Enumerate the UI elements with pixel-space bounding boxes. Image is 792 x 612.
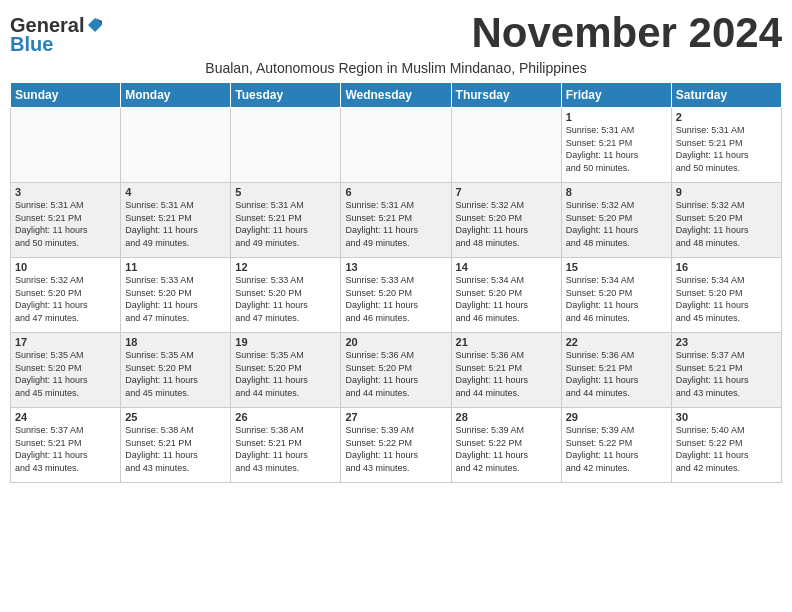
day-info: Sunrise: 5:33 AMSunset: 5:20 PMDaylight:… (235, 274, 336, 324)
day-info: Sunrise: 5:37 AMSunset: 5:21 PMDaylight:… (15, 424, 116, 474)
day-info: Sunrise: 5:33 AMSunset: 5:20 PMDaylight:… (345, 274, 446, 324)
day-number: 24 (15, 411, 116, 423)
day-info: Sunrise: 5:31 AMSunset: 5:21 PMDaylight:… (345, 199, 446, 249)
day-info: Sunrise: 5:36 AMSunset: 5:21 PMDaylight:… (456, 349, 557, 399)
calendar-week-row: 3Sunrise: 5:31 AMSunset: 5:21 PMDaylight… (11, 183, 782, 258)
calendar-week-row: 24Sunrise: 5:37 AMSunset: 5:21 PMDayligh… (11, 408, 782, 483)
day-info: Sunrise: 5:39 AMSunset: 5:22 PMDaylight:… (566, 424, 667, 474)
day-info: Sunrise: 5:37 AMSunset: 5:21 PMDaylight:… (676, 349, 777, 399)
day-info: Sunrise: 5:39 AMSunset: 5:22 PMDaylight:… (345, 424, 446, 474)
calendar-cell: 28Sunrise: 5:39 AMSunset: 5:22 PMDayligh… (451, 408, 561, 483)
calendar-cell: 26Sunrise: 5:38 AMSunset: 5:21 PMDayligh… (231, 408, 341, 483)
calendar-cell (451, 108, 561, 183)
day-info: Sunrise: 5:35 AMSunset: 5:20 PMDaylight:… (15, 349, 116, 399)
subtitle: Bualan, Autonomous Region in Muslim Mind… (10, 60, 782, 76)
calendar-cell: 27Sunrise: 5:39 AMSunset: 5:22 PMDayligh… (341, 408, 451, 483)
calendar-cell: 1Sunrise: 5:31 AMSunset: 5:21 PMDaylight… (561, 108, 671, 183)
day-info: Sunrise: 5:31 AMSunset: 5:21 PMDaylight:… (566, 124, 667, 174)
day-info: Sunrise: 5:34 AMSunset: 5:20 PMDaylight:… (566, 274, 667, 324)
day-info: Sunrise: 5:31 AMSunset: 5:21 PMDaylight:… (676, 124, 777, 174)
day-number: 12 (235, 261, 336, 273)
day-number: 3 (15, 186, 116, 198)
calendar-header-sunday: Sunday (11, 83, 121, 108)
logo: General Blue (10, 14, 104, 56)
calendar-cell: 29Sunrise: 5:39 AMSunset: 5:22 PMDayligh… (561, 408, 671, 483)
calendar-header-friday: Friday (561, 83, 671, 108)
day-info: Sunrise: 5:38 AMSunset: 5:21 PMDaylight:… (235, 424, 336, 474)
calendar-cell: 20Sunrise: 5:36 AMSunset: 5:20 PMDayligh… (341, 333, 451, 408)
day-number: 10 (15, 261, 116, 273)
day-number: 27 (345, 411, 446, 423)
day-number: 13 (345, 261, 446, 273)
day-number: 21 (456, 336, 557, 348)
calendar-cell: 12Sunrise: 5:33 AMSunset: 5:20 PMDayligh… (231, 258, 341, 333)
day-number: 26 (235, 411, 336, 423)
day-number: 14 (456, 261, 557, 273)
logo-icon (86, 16, 104, 34)
calendar-cell: 7Sunrise: 5:32 AMSunset: 5:20 PMDaylight… (451, 183, 561, 258)
calendar-header-thursday: Thursday (451, 83, 561, 108)
day-number: 16 (676, 261, 777, 273)
day-info: Sunrise: 5:34 AMSunset: 5:20 PMDaylight:… (456, 274, 557, 324)
calendar-cell: 22Sunrise: 5:36 AMSunset: 5:21 PMDayligh… (561, 333, 671, 408)
calendar-cell (121, 108, 231, 183)
calendar-cell: 6Sunrise: 5:31 AMSunset: 5:21 PMDaylight… (341, 183, 451, 258)
day-info: Sunrise: 5:32 AMSunset: 5:20 PMDaylight:… (15, 274, 116, 324)
calendar-cell: 16Sunrise: 5:34 AMSunset: 5:20 PMDayligh… (671, 258, 781, 333)
calendar-cell: 5Sunrise: 5:31 AMSunset: 5:21 PMDaylight… (231, 183, 341, 258)
day-number: 23 (676, 336, 777, 348)
calendar-cell: 15Sunrise: 5:34 AMSunset: 5:20 PMDayligh… (561, 258, 671, 333)
logo-blue: Blue (10, 33, 53, 56)
calendar-cell: 3Sunrise: 5:31 AMSunset: 5:21 PMDaylight… (11, 183, 121, 258)
svg-marker-0 (88, 18, 102, 32)
calendar-header-wednesday: Wednesday (341, 83, 451, 108)
calendar-cell: 11Sunrise: 5:33 AMSunset: 5:20 PMDayligh… (121, 258, 231, 333)
day-info: Sunrise: 5:34 AMSunset: 5:20 PMDaylight:… (676, 274, 777, 324)
day-number: 8 (566, 186, 667, 198)
day-number: 20 (345, 336, 446, 348)
day-number: 22 (566, 336, 667, 348)
day-number: 25 (125, 411, 226, 423)
day-number: 17 (15, 336, 116, 348)
day-number: 6 (345, 186, 446, 198)
calendar-cell (341, 108, 451, 183)
calendar-cell: 9Sunrise: 5:32 AMSunset: 5:20 PMDaylight… (671, 183, 781, 258)
day-info: Sunrise: 5:31 AMSunset: 5:21 PMDaylight:… (125, 199, 226, 249)
calendar-header-monday: Monday (121, 83, 231, 108)
calendar-header-tuesday: Tuesday (231, 83, 341, 108)
day-number: 28 (456, 411, 557, 423)
day-number: 11 (125, 261, 226, 273)
day-number: 18 (125, 336, 226, 348)
calendar-cell: 8Sunrise: 5:32 AMSunset: 5:20 PMDaylight… (561, 183, 671, 258)
day-info: Sunrise: 5:33 AMSunset: 5:20 PMDaylight:… (125, 274, 226, 324)
day-number: 15 (566, 261, 667, 273)
calendar-cell: 2Sunrise: 5:31 AMSunset: 5:21 PMDaylight… (671, 108, 781, 183)
day-number: 29 (566, 411, 667, 423)
calendar-header-saturday: Saturday (671, 83, 781, 108)
day-number: 1 (566, 111, 667, 123)
calendar-cell: 14Sunrise: 5:34 AMSunset: 5:20 PMDayligh… (451, 258, 561, 333)
day-info: Sunrise: 5:32 AMSunset: 5:20 PMDaylight:… (456, 199, 557, 249)
calendar-cell: 25Sunrise: 5:38 AMSunset: 5:21 PMDayligh… (121, 408, 231, 483)
day-info: Sunrise: 5:31 AMSunset: 5:21 PMDaylight:… (15, 199, 116, 249)
day-info: Sunrise: 5:35 AMSunset: 5:20 PMDaylight:… (125, 349, 226, 399)
calendar-week-row: 1Sunrise: 5:31 AMSunset: 5:21 PMDaylight… (11, 108, 782, 183)
calendar-cell: 18Sunrise: 5:35 AMSunset: 5:20 PMDayligh… (121, 333, 231, 408)
day-number: 5 (235, 186, 336, 198)
day-info: Sunrise: 5:36 AMSunset: 5:21 PMDaylight:… (566, 349, 667, 399)
day-info: Sunrise: 5:35 AMSunset: 5:20 PMDaylight:… (235, 349, 336, 399)
calendar-cell: 17Sunrise: 5:35 AMSunset: 5:20 PMDayligh… (11, 333, 121, 408)
day-info: Sunrise: 5:32 AMSunset: 5:20 PMDaylight:… (566, 199, 667, 249)
calendar-cell: 23Sunrise: 5:37 AMSunset: 5:21 PMDayligh… (671, 333, 781, 408)
day-number: 4 (125, 186, 226, 198)
calendar-cell: 30Sunrise: 5:40 AMSunset: 5:22 PMDayligh… (671, 408, 781, 483)
calendar-cell: 10Sunrise: 5:32 AMSunset: 5:20 PMDayligh… (11, 258, 121, 333)
calendar-cell (11, 108, 121, 183)
month-title: November 2024 (471, 10, 782, 56)
calendar-cell: 19Sunrise: 5:35 AMSunset: 5:20 PMDayligh… (231, 333, 341, 408)
day-number: 30 (676, 411, 777, 423)
day-number: 7 (456, 186, 557, 198)
day-number: 9 (676, 186, 777, 198)
calendar-cell: 24Sunrise: 5:37 AMSunset: 5:21 PMDayligh… (11, 408, 121, 483)
calendar-cell: 13Sunrise: 5:33 AMSunset: 5:20 PMDayligh… (341, 258, 451, 333)
